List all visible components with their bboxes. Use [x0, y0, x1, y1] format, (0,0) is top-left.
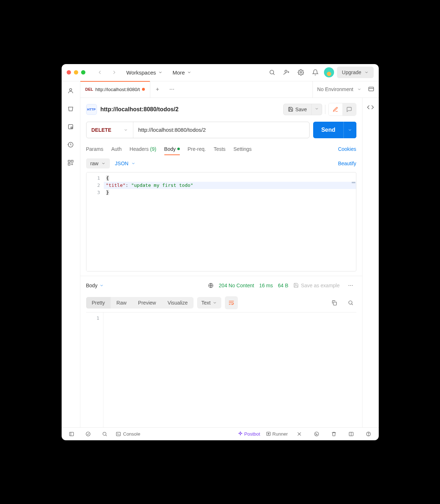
sync-status[interactable] — [83, 428, 94, 440]
edit-mode[interactable] — [329, 103, 342, 116]
panel-left-icon — [69, 431, 74, 437]
new-tab-button[interactable] — [150, 81, 165, 98]
rail-account[interactable] — [65, 85, 76, 96]
rail-environments[interactable] — [65, 121, 76, 132]
dots-icon — [348, 283, 354, 288]
request-body-editor[interactable]: 1 2 3 { "title": "update my first todo" … — [86, 172, 356, 271]
capture-button[interactable] — [294, 428, 305, 440]
svg-rect-8 — [71, 160, 73, 162]
tab-tests[interactable]: Tests — [214, 143, 226, 155]
view-raw[interactable]: Raw — [111, 297, 132, 309]
environment-picker[interactable]: No Environment — [312, 81, 378, 98]
close-window[interactable] — [67, 70, 71, 75]
workspaces-menu[interactable]: Workspaces — [123, 67, 166, 78]
trash-button[interactable] — [328, 428, 340, 440]
save-button[interactable]: Save — [283, 104, 312, 115]
svg-point-0 — [270, 70, 274, 74]
cookies-button[interactable] — [311, 428, 323, 440]
toggle-sidebar[interactable] — [66, 428, 77, 440]
send-button[interactable]: Send — [313, 122, 356, 138]
svg-point-2 — [300, 72, 302, 73]
runner[interactable]: Runner — [266, 431, 288, 437]
body-type-row: raw JSON Beautify — [80, 155, 362, 172]
svg-rect-6 — [68, 160, 70, 162]
postbot[interactable]: Postbot — [238, 431, 260, 437]
search-icon — [269, 69, 275, 76]
nav-back[interactable] — [94, 67, 106, 78]
rail-collections[interactable] — [65, 103, 76, 114]
request-tab[interactable]: DEL http://localhost:8080/t — [80, 81, 151, 98]
save-dropdown[interactable] — [312, 104, 322, 115]
chevron-down-icon — [187, 70, 191, 75]
chevron-down-icon — [158, 70, 163, 75]
wrap-icon — [228, 300, 235, 306]
view-pretty[interactable]: Pretty — [86, 297, 111, 309]
tab-params[interactable]: Params — [86, 143, 103, 155]
method-selector[interactable]: DELETE — [86, 122, 133, 138]
svg-point-28 — [316, 434, 316, 435]
response-format-dropdown[interactable]: Text — [197, 297, 222, 309]
tab-overflow[interactable] — [165, 81, 179, 98]
tab-auth[interactable]: Auth — [111, 143, 122, 155]
url-input[interactable] — [133, 122, 310, 138]
rail-add[interactable] — [65, 157, 76, 168]
search-button[interactable] — [266, 67, 278, 78]
save-icon — [293, 283, 299, 288]
chevron-down-icon — [99, 283, 104, 288]
code-panel-toggle[interactable] — [362, 98, 379, 427]
mode-segment — [328, 103, 356, 116]
method-label: DELETE — [92, 127, 111, 133]
nav-forward[interactable] — [108, 67, 120, 78]
rail-history[interactable] — [65, 139, 76, 150]
chevron-down-icon — [213, 301, 217, 305]
left-rail — [62, 81, 80, 427]
zoom-window[interactable] — [81, 70, 85, 75]
beautify-button[interactable]: Beautify — [338, 161, 356, 166]
tab-settings[interactable]: Settings — [234, 143, 252, 155]
view-preview[interactable]: Preview — [132, 297, 162, 309]
console-toggle[interactable]: Console — [116, 431, 141, 437]
response-section-dropdown[interactable]: Body — [86, 283, 104, 288]
tab-strip: DEL http://localhost:8080/t No Environme… — [80, 81, 379, 98]
cookies-link[interactable]: Cookies — [338, 146, 356, 152]
search-icon — [348, 300, 354, 306]
network-info[interactable] — [208, 283, 214, 288]
svg-point-15 — [350, 285, 351, 286]
upgrade-label: Upgrade — [342, 69, 361, 75]
tab-prereq[interactable]: Pre-req. — [188, 143, 206, 155]
view-visualize[interactable]: Visualize — [162, 297, 194, 309]
body-format-dropdown[interactable]: JSON — [115, 161, 135, 166]
response-body[interactable]: 1 — [86, 312, 356, 427]
find-replace[interactable] — [99, 428, 111, 440]
save-as-example[interactable]: Save as example — [293, 283, 339, 288]
invite-button[interactable] — [281, 67, 292, 78]
notifications-button[interactable] — [310, 67, 321, 78]
upgrade-button[interactable]: Upgrade — [337, 67, 374, 78]
copy-response[interactable] — [328, 297, 340, 309]
chevron-down-icon — [131, 161, 135, 166]
send-dropdown[interactable] — [343, 122, 356, 138]
two-pane-button[interactable] — [346, 428, 357, 440]
chevron-down-icon — [124, 128, 128, 132]
user-icon — [67, 87, 74, 94]
svg-rect-19 — [70, 432, 74, 436]
bucket-icon — [67, 105, 74, 112]
more-menu[interactable]: More — [169, 67, 195, 78]
help-button[interactable] — [363, 428, 374, 440]
settings-button[interactable] — [295, 67, 307, 78]
tab-body[interactable]: Body — [164, 143, 180, 155]
body-mode-dropdown[interactable]: raw — [86, 158, 110, 168]
env-quicklook-icon — [368, 86, 374, 93]
svg-rect-7 — [68, 163, 70, 165]
user-avatar[interactable] — [324, 67, 334, 77]
comment-mode[interactable] — [342, 103, 356, 116]
search-response[interactable] — [345, 297, 356, 309]
response-more[interactable] — [345, 280, 356, 291]
help-icon — [366, 431, 371, 437]
response-gutter: 1 — [86, 312, 103, 427]
satellite-icon — [297, 431, 302, 437]
minimize-window[interactable] — [74, 70, 78, 75]
terminal-icon — [116, 431, 121, 437]
tab-headers[interactable]: Headers (9) — [130, 143, 156, 155]
wrap-lines-toggle[interactable] — [225, 296, 238, 309]
